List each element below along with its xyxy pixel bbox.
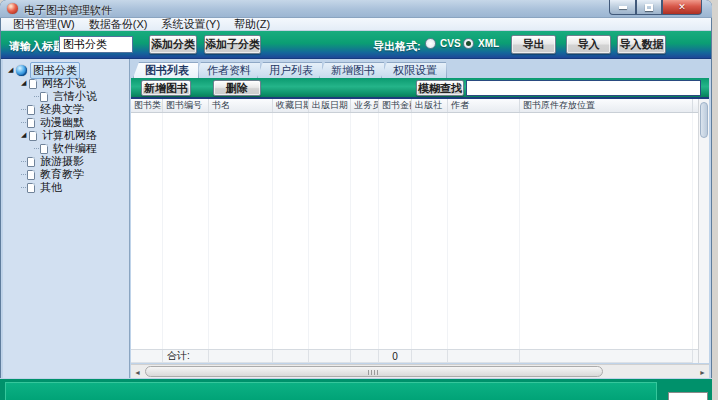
summary-cell-7 (412, 350, 448, 363)
doc-icon (27, 105, 35, 115)
tree-connector (34, 96, 39, 97)
minimize-button[interactable] (609, 0, 636, 15)
footer-panel (0, 378, 712, 400)
add-subcategory-button[interactable]: 添加子分类 (204, 35, 261, 54)
doc-icon (27, 183, 35, 193)
horizontal-scrollbar[interactable]: ◄ ► (131, 364, 709, 378)
column-header-出版社[interactable]: 出版社 (412, 99, 448, 112)
maximize-button[interactable] (636, 0, 662, 15)
window-controls: ✕ (609, 0, 702, 15)
footer-white-box (668, 392, 708, 400)
table-header: 图书类目图书编号书名收藏日期出版日期业务员图书金额出版社作者图书原件存放位置 (131, 99, 698, 113)
column-header-图书金额[interactable]: 图书金额 (379, 99, 412, 112)
column-stripe (309, 113, 351, 349)
column-stripe (273, 113, 309, 349)
doc-icon (27, 170, 35, 180)
tabstrip: 图书列表作者资料用户列表新增图书权限设置 (133, 61, 709, 78)
app-icon (7, 3, 18, 14)
action-bar: 新增图书 删除 模糊查找 (131, 78, 709, 99)
summary-cell-1: 合计: (163, 350, 209, 363)
scrollbar-grip-icon (368, 370, 380, 375)
radio-cvs-circle (425, 38, 436, 49)
column-stripe (379, 113, 412, 349)
horizontal-scrollbar-thumb[interactable] (145, 366, 603, 377)
import-button[interactable]: 导入 (566, 35, 611, 54)
main-area: ◢图书分类◢网络小说言情小说经典文学动漫幽默◢计算机网络软件编程旅游摄影教育教学… (1, 59, 711, 378)
radio-cvs[interactable]: CVS (425, 38, 461, 49)
column-header-作者[interactable]: 作者 (448, 99, 520, 112)
close-button[interactable]: ✕ (662, 0, 702, 15)
menu-item-2[interactable]: 系统设置(Y) (154, 18, 227, 31)
minimize-icon (619, 6, 627, 9)
tab-用户列表[interactable]: 用户列表 (257, 62, 323, 78)
radio-xml-label: XML (478, 38, 499, 49)
fuzzy-search-input[interactable] (466, 80, 701, 96)
column-header-图书编号[interactable]: 图书编号 (163, 99, 209, 112)
menu-item-1[interactable]: 数据备份(X) (82, 18, 155, 31)
scroll-left-arrow-icon[interactable]: ◄ (131, 366, 144, 378)
column-stripe (163, 113, 209, 349)
radio-cvs-label: CVS (440, 38, 461, 49)
tree-expand-icon[interactable]: ◢ (8, 66, 16, 74)
tree-item-其他[interactable]: 其他 (3, 181, 129, 194)
summary-cell-6: 0 (379, 350, 412, 363)
column-header-图书类目[interactable]: 图书类目 (131, 99, 163, 112)
vertical-scrollbar-thumb[interactable] (700, 102, 708, 138)
tree-connector (21, 161, 26, 162)
tree-item-教育教学[interactable]: 教育教学 (3, 168, 129, 181)
column-stripe (351, 113, 379, 349)
column-header-收藏日期[interactable]: 收藏日期 (273, 99, 309, 112)
column-stripe (131, 113, 163, 349)
column-header-出版日期[interactable]: 出版日期 (309, 99, 351, 112)
category-tree: ◢图书分类◢网络小说言情小说经典文学动漫幽默◢计算机网络软件编程旅游摄影教育教学… (3, 59, 130, 378)
add-category-button[interactable]: 添加分类 (149, 35, 197, 54)
fuzzy-search-button[interactable]: 模糊查找 (416, 80, 464, 96)
tree-connector (34, 148, 39, 149)
menubar: 图书管理(W)数据备份(X)系统设置(Y)帮助(Z) (1, 18, 711, 31)
summary-cell-8 (448, 350, 520, 363)
column-header-图书原件存放位置[interactable]: 图书原件存放位置 (520, 99, 693, 112)
tree-item-label: 其他 (38, 180, 64, 195)
import-data-button[interactable]: 导入数据 (617, 35, 666, 54)
summary-cell-2 (209, 350, 273, 363)
doc-icon (40, 92, 48, 102)
menu-item-0[interactable]: 图书管理(W) (6, 18, 82, 31)
tree-connector (21, 122, 26, 123)
summary-cell-0 (131, 350, 163, 363)
tree-expand-icon[interactable]: ◢ (21, 79, 29, 87)
toolbar: 请输入标题: 添加分类 添加子分类 导出格式: CVS XML 导出 导入 导入… (1, 31, 711, 59)
radio-xml-circle (463, 38, 474, 49)
doc-icon (29, 131, 37, 141)
column-header-业务员[interactable]: 业务员 (351, 99, 379, 112)
vertical-scrollbar[interactable] (698, 99, 709, 363)
column-header-书名[interactable]: 书名 (209, 99, 273, 112)
delete-button[interactable]: 删除 (213, 80, 261, 96)
tab-作者资料[interactable]: 作者资料 (195, 62, 261, 78)
title-bar[interactable]: 电子图书管理软件 ✕ (0, 0, 712, 18)
tree-connector (21, 174, 26, 175)
summary-cell-9 (520, 350, 693, 363)
desktop: 电子图书管理软件 ✕ 图书管理(W)数据备份(X)系统设置(Y)帮助(Z) 请输… (0, 0, 718, 400)
title-input[interactable] (59, 36, 133, 53)
tab-新增图书[interactable]: 新增图书 (319, 62, 385, 78)
tree-connector (21, 187, 26, 188)
export-button[interactable]: 导出 (511, 35, 556, 54)
radio-xml[interactable]: XML (463, 38, 499, 49)
column-stripe (412, 113, 448, 349)
doc-icon (29, 79, 37, 89)
tab-权限设置[interactable]: 权限设置 (381, 62, 447, 78)
content-panel: 图书列表作者资料用户列表新增图书权限设置 新增图书 删除 模糊查找 图书类目图书… (131, 59, 709, 378)
doc-icon (27, 157, 35, 167)
export-format-label: 导出格式: (373, 39, 421, 54)
tree-expand-icon[interactable]: ◢ (21, 131, 29, 139)
new-book-button[interactable]: 新增图书 (141, 80, 191, 96)
tab-图书列表[interactable]: 图书列表 (133, 62, 199, 78)
app-window: 电子图书管理软件 ✕ 图书管理(W)数据备份(X)系统设置(Y)帮助(Z) 请输… (0, 0, 712, 400)
menu-item-3[interactable]: 帮助(Z) (227, 18, 277, 31)
scroll-right-arrow-icon[interactable]: ► (696, 366, 709, 378)
column-stripe (209, 113, 273, 349)
summary-cell-4 (309, 350, 351, 363)
doc-icon (40, 144, 48, 154)
close-icon: ✕ (678, 2, 686, 12)
column-stripe (520, 113, 693, 349)
